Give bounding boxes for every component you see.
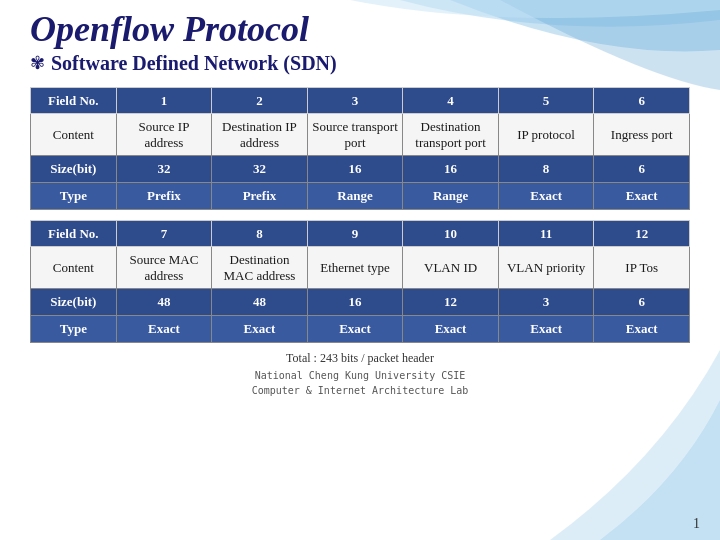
content-2-val1: Source MAC address <box>116 247 212 289</box>
size-1-val4: 16 <box>403 156 499 183</box>
page-number: 1 <box>693 516 700 532</box>
type-1-val4: Range <box>403 182 499 209</box>
type-1-val5: Exact <box>498 182 594 209</box>
size-1-val1: 32 <box>116 156 212 183</box>
title-section: Openflow Protocol ✾ Software Defined Net… <box>30 10 690 75</box>
content-1-val5: IP protocol <box>498 114 594 156</box>
size-1-val3: 16 <box>307 156 403 183</box>
field-2-col1: 7 <box>116 220 212 247</box>
field-1-col5: 5 <box>498 87 594 114</box>
field-2-col4: 10 <box>403 220 499 247</box>
size-1-val5: 8 <box>498 156 594 183</box>
size-1-val2: 32 <box>212 156 308 183</box>
type-2-val3: Exact <box>307 315 403 342</box>
content-label-2: Content <box>31 247 117 289</box>
field-2-col5: 11 <box>498 220 594 247</box>
size-2-val2: 48 <box>212 289 308 316</box>
field-no-label-2: Field No. <box>31 220 117 247</box>
field-1-col6: 6 <box>594 87 690 114</box>
type-2-val4: Exact <box>403 315 499 342</box>
type-row-1: Type Prefix Prefix Range Range Exact Exa… <box>31 182 690 209</box>
institution-line1: National Cheng Kung University CSIE <box>30 370 690 381</box>
field-2-col6: 12 <box>594 220 690 247</box>
size-2-val5: 3 <box>498 289 594 316</box>
type-label-2: Type <box>31 315 117 342</box>
type-1-val2: Prefix <box>212 182 308 209</box>
field-no-row-2: Field No. 7 8 9 10 11 12 <box>31 220 690 247</box>
institution-line2: Computer & Internet Architecture Lab <box>30 385 690 396</box>
type-2-val2: Exact <box>212 315 308 342</box>
type-1-val1: Prefix <box>116 182 212 209</box>
type-2-val5: Exact <box>498 315 594 342</box>
field-1-col3: 3 <box>307 87 403 114</box>
size-row-2: Size(bit) 48 48 16 12 3 6 <box>31 289 690 316</box>
size-row-1: Size(bit) 32 32 16 16 8 6 <box>31 156 690 183</box>
content-2-val2: Destination MAC address <box>212 247 308 289</box>
field-1-col4: 4 <box>403 87 499 114</box>
field-2-col3: 9 <box>307 220 403 247</box>
size-2-val3: 16 <box>307 289 403 316</box>
content-2-val3: Ethernet type <box>307 247 403 289</box>
content-1-val3: Source transport port <box>307 114 403 156</box>
type-row-2: Type Exact Exact Exact Exact Exact Exact <box>31 315 690 342</box>
content-row-2: Content Source MAC address Destination M… <box>31 247 690 289</box>
size-label-1: Size(bit) <box>31 156 117 183</box>
content-2-val5: VLAN priority <box>498 247 594 289</box>
main-title: Openflow Protocol <box>30 10 690 50</box>
field-1-col2: 2 <box>212 87 308 114</box>
field-1-col1: 1 <box>116 87 212 114</box>
content-row-1: Content Source IP address Destination IP… <box>31 114 690 156</box>
content-1-val2: Destination IP address <box>212 114 308 156</box>
bullet-icon: ✾ <box>30 52 45 74</box>
type-2-val1: Exact <box>116 315 212 342</box>
content-1-val1: Source IP address <box>116 114 212 156</box>
content-2-val4: VLAN ID <box>403 247 499 289</box>
type-label-1: Type <box>31 182 117 209</box>
size-2-val4: 12 <box>403 289 499 316</box>
field-no-row-1: Field No. 1 2 3 4 5 6 <box>31 87 690 114</box>
field-2-col2: 8 <box>212 220 308 247</box>
table-container: Field No. 1 2 3 4 5 6 Content Source IP … <box>30 87 690 343</box>
type-2-val6: Exact <box>594 315 690 342</box>
size-2-val6: 6 <box>594 289 690 316</box>
type-1-val3: Range <box>307 182 403 209</box>
type-1-val6: Exact <box>594 182 690 209</box>
field-no-label-1: Field No. <box>31 87 117 114</box>
content-1-val4: Destination transport port <box>403 114 499 156</box>
size-1-val6: 6 <box>594 156 690 183</box>
table-1: Field No. 1 2 3 4 5 6 Content Source IP … <box>30 87 690 343</box>
content-label-1: Content <box>31 114 117 156</box>
content-1-val6: Ingress port <box>594 114 690 156</box>
subtitle: Software Defined Network (SDN) <box>51 52 337 75</box>
content-2-val6: IP Tos <box>594 247 690 289</box>
size-2-val1: 48 <box>116 289 212 316</box>
footer-text: Total : 243 bits / packet header <box>30 351 690 366</box>
size-label-2: Size(bit) <box>31 289 117 316</box>
